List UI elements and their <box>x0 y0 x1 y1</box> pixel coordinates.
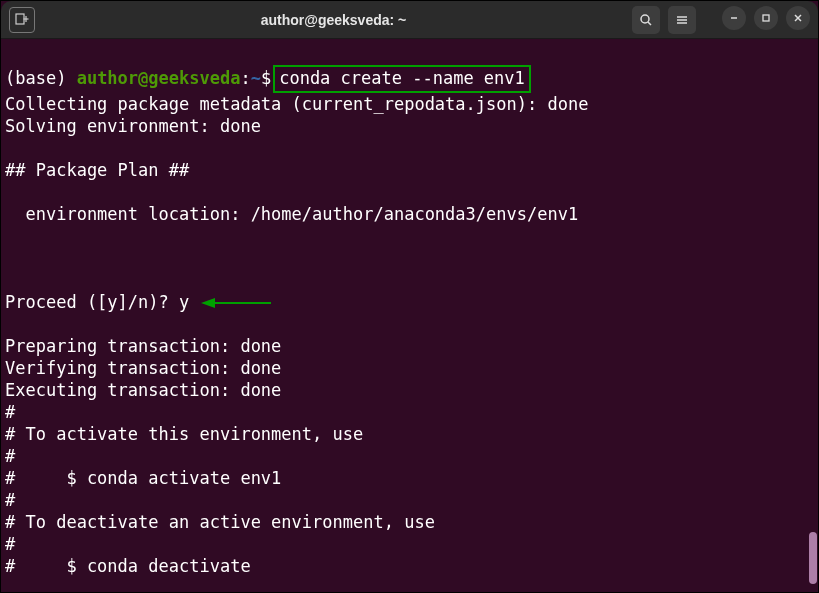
close-button[interactable] <box>786 6 810 30</box>
output-proceed: Proceed ([y]/n)? y <box>5 292 189 312</box>
prompt-userhost: author@geeksveda <box>77 68 241 88</box>
window-title: author@geeksveda: ~ <box>35 9 632 31</box>
svg-line-4 <box>648 22 651 25</box>
search-button[interactable] <box>632 6 660 34</box>
arrow-annotation-icon <box>201 296 271 310</box>
menu-button[interactable] <box>668 6 696 34</box>
scrollbar[interactable] <box>809 44 817 584</box>
output-line: # To activate this environment, use <box>5 424 363 444</box>
scrollbar-thumb[interactable] <box>809 532 817 584</box>
output-line: Collecting package metadata (current_rep… <box>5 94 588 114</box>
output-line: # $ conda deactivate <box>5 556 251 576</box>
svg-rect-0 <box>16 14 24 24</box>
prompt-base: (base) <box>5 68 77 88</box>
output-line: ## Package Plan ## <box>5 160 189 180</box>
terminal-body[interactable]: (base) author@geeksveda:~$conda create -… <box>1 39 818 593</box>
titlebar: author@geeksveda: ~ <box>1 1 818 39</box>
output-line: # To deactivate an active environment, u… <box>5 512 435 532</box>
command-text: conda create --name env1 <box>279 68 525 88</box>
output-line: Preparing transaction: done <box>5 336 281 356</box>
minimize-button[interactable] <box>722 6 746 30</box>
svg-rect-9 <box>763 15 769 21</box>
output-line: Solving environment: done <box>5 116 261 136</box>
prompt-sep: : <box>240 68 250 88</box>
output-line: environment location: /home/author/anaco… <box>5 204 578 224</box>
prompt-dollar: $ <box>261 68 271 88</box>
output-line: # <box>5 402 15 422</box>
output-line: # <box>5 534 15 554</box>
svg-point-3 <box>641 15 649 23</box>
new-tab-button[interactable] <box>9 7 35 33</box>
output-line: Verifying transaction: done <box>5 358 281 378</box>
output-line: Executing transaction: done <box>5 380 281 400</box>
output-line: # <box>5 490 15 510</box>
highlighted-command: conda create --name env1 <box>273 65 531 93</box>
prompt-path: ~ <box>251 68 261 88</box>
maximize-button[interactable] <box>754 6 778 30</box>
output-line: # <box>5 446 15 466</box>
svg-marker-13 <box>201 298 215 308</box>
output-line: # $ conda activate env1 <box>5 468 281 488</box>
